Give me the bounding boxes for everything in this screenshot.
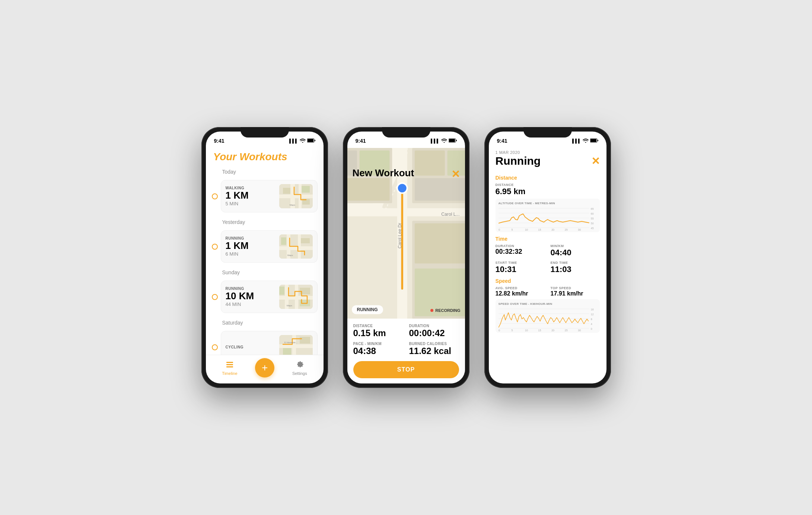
svg-text:16: 16 [590, 308, 593, 311]
workout-item-running2[interactable]: RUNNING 10 KM 44 MIN [212, 278, 318, 316]
wifi-icon-1 [300, 138, 306, 143]
metric-start: START TIME 10:31 [496, 261, 545, 274]
svg-rect-37 [456, 140, 457, 141]
status-icons-1: ▌▌▌ [289, 138, 315, 143]
status-time-2: 9:41 [356, 138, 366, 144]
workout-map-cycling: E Homeste... [279, 335, 313, 355]
workout-info-running1: RUNNING 1 KM 6 MIN [226, 236, 279, 257]
svg-text:Maps: Maps [287, 304, 292, 307]
timeline-dot-4 [212, 344, 218, 350]
metric-end: END TIME 11:03 [551, 261, 600, 274]
day-section-today: Today WALKING 1 KM 5 MIN [212, 167, 318, 215]
workout-item-walking[interactable]: WALKING 1 KM 5 MIN [212, 177, 318, 215]
svg-text:60: 60 [590, 212, 593, 215]
svg-text:0: 0 [499, 329, 500, 331]
svg-rect-56 [590, 139, 596, 142]
svg-rect-30 [300, 337, 310, 344]
wifi-icon-2 [441, 138, 447, 143]
svg-text:10: 10 [525, 329, 528, 331]
workout-item-running1[interactable]: RUNNING 1 KM 6 MIN [212, 227, 318, 266]
svg-rect-50 [414, 223, 465, 263]
svg-text:E Homeste...: E Homeste... [284, 341, 297, 344]
stat-calories: BURNED CALORIES 11.62 kcal [409, 342, 459, 357]
workout-map-running2: Maps [279, 285, 313, 309]
stat-distance: DISTANCE 0.15 km [353, 324, 403, 339]
phone-1: 9:41 ▌▌▌ Your Workouts Today [201, 127, 328, 388]
svg-text:0: 0 [590, 328, 592, 330]
workouts-header: Your Workouts [206, 148, 324, 167]
workout-duration-walking: 5 MIN [226, 201, 279, 206]
recording-dot [430, 309, 433, 312]
svg-text:8: 8 [590, 318, 592, 320]
svg-point-54 [397, 183, 407, 193]
day-section-yesterday: Yesterday RUNNING 1 KM 6 MIN [212, 218, 318, 266]
close-button[interactable]: ✕ [451, 168, 460, 180]
altitude-chart: ALTITUDE OVER TIME - METRES-MIN [496, 199, 600, 232]
signal-icon-3: ▌▌▌ [572, 139, 581, 143]
svg-text:25: 25 [564, 329, 567, 331]
timeline-dot-1 [212, 193, 218, 199]
svg-rect-57 [598, 140, 598, 141]
svg-text:45: 45 [590, 227, 593, 230]
svg-text:0: 0 [499, 228, 500, 231]
add-workout-button[interactable]: + [255, 358, 274, 377]
day-label-sunday: Sunday [212, 268, 318, 278]
notch-2 [382, 127, 430, 138]
battery-icon-2 [449, 138, 457, 143]
svg-text:50: 50 [590, 222, 593, 225]
workouts-scroll[interactable]: Today WALKING 1 KM 5 MIN [206, 167, 324, 355]
section-time-title: Time [496, 236, 600, 242]
workout-map-running1: Maps [279, 234, 313, 259]
nav-timeline[interactable]: Timeline [222, 360, 237, 376]
time-metrics: DURATION 00:32:32 MIN/KM 04:40 START TIM… [496, 244, 600, 274]
phone-3: 9:41 ▌▌▌ 1 MAR 2020 Running ✕ [484, 127, 611, 388]
workout-info-running2: RUNNING 10 KM 44 MIN [226, 287, 279, 307]
status-icons-3: ▌▌▌ [572, 138, 598, 143]
workout-card-cycling[interactable]: CYCLING [221, 331, 318, 355]
stat-duration: DURATION 00:00:42 [409, 324, 459, 339]
detail-title-row: Running ✕ [496, 155, 600, 167]
workout-item-cycling[interactable]: CYCLING [212, 328, 318, 355]
workout-type-cycling: CYCLING [226, 345, 279, 349]
section-distance-title: Distance [496, 175, 600, 181]
metric-distance: DISTANCE 6.95 km [496, 183, 600, 196]
day-label-today: Today [212, 167, 318, 177]
workout-distance-running1: 1 KM [226, 240, 279, 251]
svg-rect-29 [283, 348, 291, 355]
mode-badge: RUNNING [352, 305, 383, 314]
workout-stats-panel: DISTANCE 0.15 km DURATION 00:00:42 PACE … [347, 319, 465, 383]
nav-settings[interactable]: Settings [292, 360, 307, 376]
phone3-content: 1 MAR 2020 Running ✕ Distance DISTANCE 6… [489, 148, 606, 383]
workout-duration-running2: 44 MIN [226, 301, 279, 307]
svg-rect-22 [279, 287, 284, 295]
timeline-label: Timeline [222, 371, 237, 376]
metric-duration: DURATION 00:32:32 [496, 244, 545, 258]
svg-text:12: 12 [590, 313, 593, 316]
svg-text:55: 55 [590, 217, 593, 220]
workout-map: Carol Lee Dr Carol L... New Workout ✕ [347, 148, 465, 319]
workout-duration-running1: 6 MIN [226, 251, 279, 257]
status-time-1: 9:41 [214, 138, 225, 144]
svg-rect-32 [226, 362, 233, 363]
close-button-3[interactable]: ✕ [591, 155, 600, 167]
workout-card-running1[interactable]: RUNNING 1 KM 6 MIN [221, 230, 318, 263]
svg-text:Carol L...: Carol L... [441, 212, 459, 217]
workout-distance-running2: 10 KM [226, 291, 279, 301]
detail-header: 1 MAR 2020 Running ✕ [489, 148, 606, 171]
workout-card-walking[interactable]: WALKING 1 KM 5 MIN [221, 180, 318, 212]
svg-rect-2 [315, 140, 315, 141]
svg-rect-13 [279, 246, 313, 250]
svg-text:15: 15 [538, 329, 541, 331]
stop-button[interactable]: Stop [353, 361, 459, 378]
metric-avg-speed: AVG. SPEED 12.82 km/hr [496, 286, 545, 297]
workout-info-walking: WALKING 1 KM 5 MIN [226, 186, 279, 206]
svg-text:65: 65 [590, 208, 593, 210]
detail-scroll[interactable]: Distance DISTANCE 6.95 km ALTITUDE OVER … [489, 171, 606, 383]
svg-text:5: 5 [511, 228, 513, 231]
timeline-dot-2 [212, 244, 218, 250]
map-overlay-top: New Workout ✕ [347, 164, 465, 184]
metric-minkm: MIN/KM 04:40 [551, 244, 600, 258]
svg-rect-5 [279, 195, 313, 198]
workout-card-running2[interactable]: RUNNING 10 KM 44 MIN [221, 281, 318, 313]
svg-text:20: 20 [551, 228, 554, 231]
